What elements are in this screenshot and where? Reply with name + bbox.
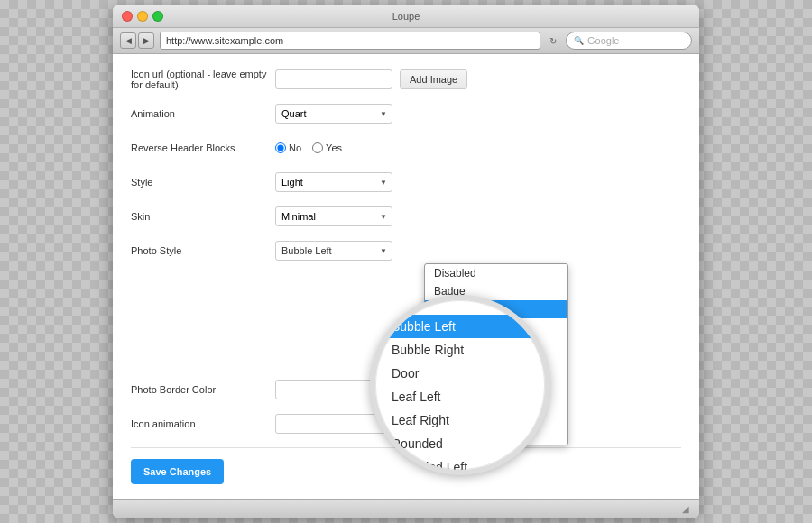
- animation-select[interactable]: Quart: [275, 104, 392, 124]
- style-select-wrapper: Light ▼: [275, 172, 392, 192]
- maximize-button[interactable]: [152, 11, 163, 22]
- magnifier-item[interactable]: Rounded: [375, 432, 545, 455]
- photo-style-row: Photo Style Bubble Left ▼: [131, 240, 681, 262]
- icon-url-label: Icon url (optional - leave empty for def…: [131, 69, 275, 90]
- style-row: Style Light ▼: [131, 171, 681, 193]
- resize-handle[interactable]: ◢: [679, 502, 692, 515]
- magnifier-item[interactable]: Leaf Right: [375, 408, 545, 432]
- photo-style-select-wrapper: Bubble Left ▼: [275, 241, 392, 261]
- animation-select-wrapper: Quart ▼: [275, 104, 392, 124]
- icon-animation-label: Icon animation: [131, 418, 275, 429]
- skin-label: Skin: [131, 211, 275, 222]
- skin-select[interactable]: Minimal: [275, 206, 392, 226]
- url-bar[interactable]: http://www.sitexample.com: [160, 32, 540, 50]
- reverse-header-label: Reverse Header Blocks: [131, 142, 275, 153]
- animation-label: Animation: [131, 108, 275, 119]
- skin-select-wrapper: Minimal ▼: [275, 206, 392, 226]
- window-title: Loupe: [392, 11, 420, 22]
- magnifier-item[interactable]: Leaf Left: [375, 385, 545, 408]
- traffic-lights: [122, 11, 163, 22]
- close-button[interactable]: [122, 11, 133, 22]
- search-placeholder: Google: [587, 35, 619, 46]
- icon-url-input[interactable]: [275, 69, 392, 89]
- add-image-button[interactable]: Add Image: [400, 69, 467, 89]
- radio-yes-label: Yes: [312, 142, 342, 153]
- icon-url-row: Icon url (optional - leave empty for def…: [131, 69, 681, 90]
- magnifier-item[interactable]: Rounded Left: [375, 455, 545, 475]
- reverse-header-control: No Yes: [275, 142, 342, 153]
- icon-animation-control: ▼: [275, 414, 392, 434]
- save-changes-button[interactable]: Save Changes: [131, 459, 224, 484]
- radio-no[interactable]: [275, 142, 286, 153]
- animation-row: Animation Quart ▼: [131, 103, 681, 124]
- reverse-header-row: Reverse Header Blocks No Yes: [131, 137, 681, 159]
- magnifier-item[interactable]: Bubble Right: [375, 338, 545, 362]
- style-control: Light ▼: [275, 172, 392, 192]
- photo-style-control: Bubble Left ▼: [275, 241, 392, 261]
- skin-row: Skin Minimal ▼: [131, 206, 681, 227]
- back-button[interactable]: ◀: [120, 32, 136, 49]
- skin-control: Minimal ▼: [275, 206, 392, 226]
- search-bar[interactable]: 🔍 Google: [566, 32, 692, 50]
- icon-animation-select[interactable]: [275, 414, 392, 434]
- icon-url-control: Add Image: [275, 69, 467, 89]
- magnifier-item[interactable]: Door: [375, 362, 545, 385]
- title-bar: Loupe: [113, 5, 699, 28]
- style-select[interactable]: Light: [275, 172, 392, 192]
- nav-arrows: ◀ ▶: [120, 32, 154, 49]
- minimize-button[interactable]: [137, 11, 148, 22]
- animation-control: Quart ▼: [275, 104, 392, 124]
- reload-button[interactable]: ↻: [546, 36, 560, 46]
- photo-style-label: Photo Style: [131, 245, 275, 256]
- magnifier-content: DisabledBadgeBubble LeftBubble RightDoor…: [375, 300, 545, 470]
- browser-window: Loupe ◀ ▶ http://www.sitexample.com ↻ 🔍 …: [113, 5, 699, 518]
- icon-animation-select-wrapper: ▼: [275, 414, 392, 434]
- style-label: Style: [131, 177, 275, 188]
- photo-style-select[interactable]: Bubble Left: [275, 241, 392, 261]
- status-bar: ◢: [113, 499, 699, 518]
- radio-yes[interactable]: [312, 142, 323, 153]
- magnifier-item[interactable]: Bubble Left: [375, 315, 545, 338]
- forward-button[interactable]: ▶: [138, 32, 154, 49]
- nav-bar: ◀ ▶ http://www.sitexample.com ↻ 🔍 Google: [113, 28, 699, 54]
- url-text: http://www.sitexample.com: [166, 35, 283, 46]
- dropdown-item[interactable]: Disabled: [425, 264, 567, 282]
- magnifier-lens: DisabledBadgeBubble LeftBubble RightDoor…: [370, 295, 550, 475]
- photo-border-label: Photo Border Color: [131, 384, 275, 395]
- radio-yes-text: Yes: [326, 142, 342, 153]
- search-icon: 🔍: [574, 36, 584, 45]
- content-area: Icon url (optional - leave empty for def…: [113, 54, 699, 499]
- radio-no-text: No: [289, 142, 301, 153]
- radio-no-label: No: [275, 142, 301, 153]
